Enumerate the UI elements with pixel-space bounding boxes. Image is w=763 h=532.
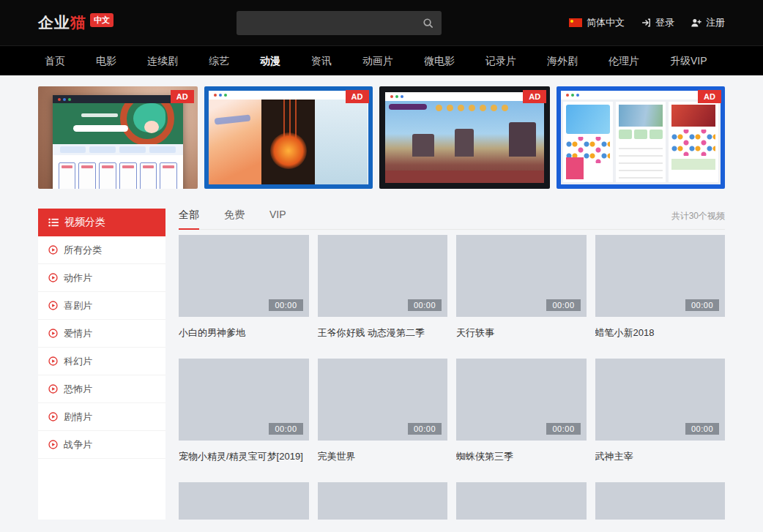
video-thumbnail xyxy=(456,482,587,520)
video-thumbnail: 00:00 xyxy=(456,235,587,317)
header-right: 简体中文 登录 注册 xyxy=(569,16,725,29)
ad-banner-1[interactable]: AD xyxy=(38,86,198,189)
video-card[interactable] xyxy=(595,482,726,520)
ad-art-chiprow xyxy=(53,144,184,155)
ad-art-screen-1 xyxy=(209,100,262,184)
video-thumbnail xyxy=(179,482,309,520)
video-title: 完美世界 xyxy=(318,450,448,463)
sidebar-item-label: 科幻片 xyxy=(64,355,92,368)
video-thumbnail: 00:00 xyxy=(179,359,309,441)
sidebar-item[interactable]: 恐怖片 xyxy=(38,375,165,403)
play-icon xyxy=(48,273,58,282)
nav-item[interactable]: 升级VIP xyxy=(655,46,723,76)
video-thumbnail: 00:00 xyxy=(179,235,309,317)
sidebar-item-label: 剧情片 xyxy=(64,411,92,424)
sidebar-item[interactable]: 所有分类 xyxy=(38,236,165,264)
nav-item[interactable]: 记录片 xyxy=(470,46,532,76)
list-icon xyxy=(48,218,59,227)
sidebar-item-label: 恐怖片 xyxy=(64,383,92,396)
sidebar-item[interactable]: 喜剧片 xyxy=(38,292,165,320)
sidebar-item[interactable]: 动作片 xyxy=(38,264,165,292)
login-link[interactable]: 登录 xyxy=(641,16,674,29)
video-card[interactable]: 00:00蜘蛛侠第三季 xyxy=(456,359,587,463)
play-icon xyxy=(48,301,58,310)
tab-vip[interactable]: VIP xyxy=(269,209,286,229)
video-card[interactable]: 00:00完美世界 xyxy=(318,359,448,463)
nav-item[interactable]: 伦理片 xyxy=(593,46,655,76)
nav-item[interactable]: 首页 xyxy=(29,46,81,76)
ad-art-headline xyxy=(81,113,118,117)
duration-badge: 00:00 xyxy=(546,299,580,311)
video-card[interactable]: 00:00武神主宰 xyxy=(595,359,726,463)
ad-art-screens xyxy=(561,100,721,184)
ad-art-hero xyxy=(53,103,184,144)
ad-art-building xyxy=(412,134,434,157)
logo-text-red: 猫 xyxy=(70,12,86,33)
video-card[interactable]: 00:00天行轶事 xyxy=(456,235,587,340)
ad-badge: AD xyxy=(698,90,721,103)
search-input[interactable] xyxy=(237,11,414,35)
sidebar-item-label: 动作片 xyxy=(64,271,92,285)
nav-item[interactable]: 动画片 xyxy=(347,46,409,76)
content-area: 视频分类 所有分类动作片喜剧片爱情片科幻片恐怖片剧情片战争片 全部免费VIP 共… xyxy=(0,209,763,520)
language-selector[interactable]: 简体中文 xyxy=(569,16,625,29)
video-thumbnail xyxy=(595,482,726,520)
nav-item[interactable]: 动漫 xyxy=(245,46,296,76)
ad-art-screen-2 xyxy=(261,100,315,184)
ad-banner-3[interactable]: AD xyxy=(379,86,551,189)
user-plus-icon xyxy=(691,18,701,28)
ad-art-browser-window xyxy=(561,91,721,184)
language-label: 简体中文 xyxy=(587,16,625,29)
ad-art-searchbar xyxy=(73,125,128,132)
video-card[interactable] xyxy=(179,482,309,520)
ad-badge: AD xyxy=(171,90,194,103)
video-card[interactable]: 00:00宠物小精灵/精灵宝可梦[2019] xyxy=(179,359,309,463)
video-title: 小白的男神爹地 xyxy=(179,326,309,340)
ad-art-ground xyxy=(385,171,545,183)
ad-art-building xyxy=(455,129,474,157)
duration-badge: 00:00 xyxy=(269,423,302,435)
sidebar-item[interactable]: 爱情片 xyxy=(38,320,165,348)
video-card[interactable]: 00:00小白的男神爹地 xyxy=(179,235,309,340)
tab-all[interactable]: 全部 xyxy=(179,209,199,230)
ad-art-hpbar xyxy=(389,104,427,110)
nav-item[interactable]: 综艺 xyxy=(193,46,245,76)
nav-item[interactable]: 微电影 xyxy=(409,46,470,76)
site-logo[interactable]: 企业猫 中文 xyxy=(38,12,113,33)
video-title: 王爷你好贱 动态漫第二季 xyxy=(318,326,448,340)
duration-badge: 00:00 xyxy=(408,423,442,435)
window-controls-icon xyxy=(385,92,545,101)
ad-banner-2[interactable]: AD xyxy=(204,86,373,189)
main-nav-items: 首页电影连续剧综艺动漫资讯动画片微电影记录片海外剧伦理片升级VIP xyxy=(29,46,723,76)
video-card[interactable]: 00:00王爷你好贱 动态漫第二季 xyxy=(318,235,448,340)
register-label: 注册 xyxy=(706,16,725,29)
nav-item[interactable]: 资讯 xyxy=(296,46,347,76)
category-sidebar: 视频分类 所有分类动作片喜剧片爱情片科幻片恐怖片剧情片战争片 xyxy=(38,209,165,520)
fire-glow-art xyxy=(270,132,307,169)
sidebar-title: 视频分类 xyxy=(38,209,165,236)
play-icon xyxy=(48,356,58,366)
play-icon xyxy=(48,245,58,255)
nav-item[interactable]: 海外剧 xyxy=(532,46,593,76)
search-button[interactable] xyxy=(414,11,442,35)
tab-free[interactable]: 免费 xyxy=(224,209,245,229)
play-icon xyxy=(48,329,58,338)
window-controls-icon xyxy=(561,91,721,100)
video-card[interactable]: 00:00蜡笔小新2018 xyxy=(595,235,726,340)
ad-art-coin-row xyxy=(436,105,537,111)
sidebar-item[interactable]: 剧情片 xyxy=(38,403,165,431)
video-title: 天行轶事 xyxy=(456,326,587,340)
sidebar-item[interactable]: 科幻片 xyxy=(38,348,165,375)
play-icon xyxy=(48,412,58,422)
nav-item[interactable]: 电影 xyxy=(81,46,132,76)
logo-badge: 中文 xyxy=(90,13,113,27)
ad-art-screen-3 xyxy=(669,102,718,182)
sidebar-item-label: 喜剧片 xyxy=(64,299,92,312)
ad-banner-4[interactable]: AD xyxy=(557,86,725,189)
window-controls-icon xyxy=(209,91,368,100)
register-link[interactable]: 注册 xyxy=(691,16,725,29)
video-card[interactable] xyxy=(456,482,587,520)
video-card[interactable] xyxy=(318,482,448,520)
nav-item[interactable]: 连续剧 xyxy=(132,46,193,76)
sidebar-item[interactable]: 战争片 xyxy=(38,431,165,459)
